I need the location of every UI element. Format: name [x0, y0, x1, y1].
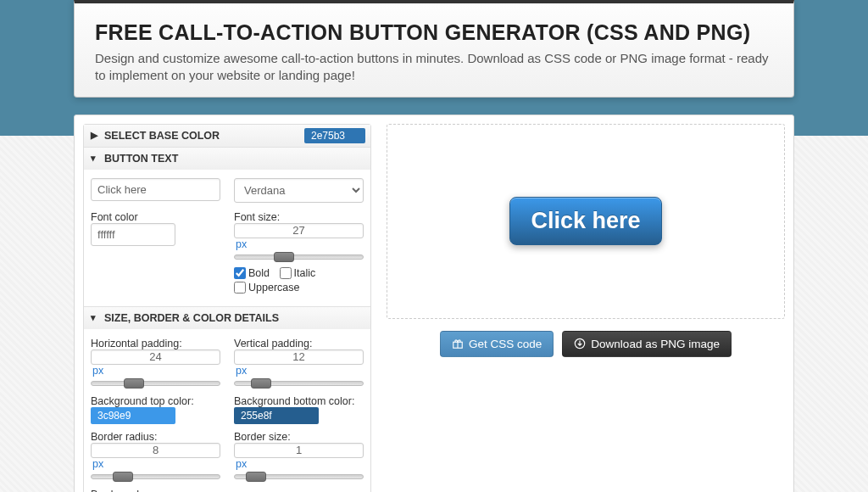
button-label: Get CSS code	[469, 338, 542, 350]
section-base-color-header[interactable]: ▶ SELECT BASE COLOR 2e75b3	[84, 125, 370, 147]
section-base-color: ▶ SELECT BASE COLOR 2e75b3	[84, 125, 370, 148]
chevron-right-icon: ▶	[91, 130, 101, 141]
border-color-label: Border color:	[91, 489, 152, 493]
header-card: FREE CALL-TO-ACTION BUTTON GENERATOR (CS…	[74, 0, 794, 98]
border-size-input[interactable]	[234, 443, 364, 458]
v-padding-slider[interactable]	[234, 381, 364, 386]
section-label: BUTTON TEXT	[104, 153, 178, 165]
config-panel: ▶ SELECT BASE COLOR 2e75b3 ▾ BUTTON TEXT	[83, 124, 371, 493]
font-size-input[interactable]	[234, 223, 364, 238]
button-label: Download as PNG image	[591, 338, 720, 350]
font-color-input[interactable]	[91, 223, 175, 246]
unit-label: px	[236, 238, 247, 250]
font-color-label: Font color	[91, 211, 138, 223]
h-padding-input[interactable]	[91, 349, 220, 365]
section-size-border: ▾ SIZE, BORDER & COLOR DETAILS Horizonta…	[84, 307, 370, 493]
preview-area: Click here	[387, 124, 785, 319]
section-label: SIZE, BORDER & COLOR DETAILS	[104, 312, 279, 324]
section-button-text-header[interactable]: ▾ BUTTON TEXT	[84, 148, 370, 170]
font-size-slider[interactable]	[234, 254, 364, 260]
uppercase-checkbox[interactable]: Uppercase	[234, 282, 299, 294]
v-padding-input[interactable]	[234, 349, 364, 365]
section-button-text: ▾ BUTTON TEXT Verdana	[84, 148, 370, 307]
border-radius-slider[interactable]	[91, 474, 220, 479]
page-title: FREE CALL-TO-ACTION BUTTON GENERATOR (CS…	[95, 20, 773, 45]
section-size-border-header[interactable]: ▾ SIZE, BORDER & COLOR DETAILS	[84, 307, 370, 329]
page-subtitle: Design and customize awesome call-to-act…	[95, 50, 773, 85]
bg-bottom-label: Background bottom color:	[234, 395, 354, 407]
get-css-button[interactable]: Get CSS code	[440, 331, 554, 357]
bg-bottom-swatch[interactable]: 255e8f	[234, 407, 319, 424]
unit-label: px	[236, 365, 247, 377]
border-size-label: Border size:	[234, 431, 291, 443]
workspace: ▶ SELECT BASE COLOR 2e75b3 ▾ BUTTON TEXT	[74, 115, 794, 493]
italic-checkbox[interactable]: Italic	[280, 267, 316, 279]
base-color-swatch[interactable]: 2e75b3	[304, 128, 365, 143]
font-family-select[interactable]: Verdana	[234, 178, 364, 203]
chevron-down-icon: ▾	[91, 312, 101, 323]
button-text-input[interactable]	[91, 178, 220, 201]
bg-top-label: Background top color:	[91, 395, 194, 407]
unit-label: px	[92, 365, 103, 377]
h-padding-slider[interactable]	[91, 381, 220, 386]
unit-label: px	[92, 458, 103, 470]
preview-button[interactable]: Click here	[509, 197, 661, 245]
unit-label: px	[236, 458, 247, 470]
bold-checkbox[interactable]: Bold	[234, 267, 270, 279]
v-padding-label: Vertical padding:	[234, 338, 312, 349]
border-radius-input[interactable]	[91, 443, 220, 458]
border-radius-label: Border radius:	[91, 431, 158, 443]
bg-top-swatch[interactable]: 3c98e9	[91, 407, 175, 424]
gift-icon	[452, 338, 464, 349]
download-png-button[interactable]: Download as PNG image	[562, 331, 732, 357]
border-size-slider[interactable]	[234, 474, 364, 479]
chevron-down-icon: ▾	[91, 153, 101, 164]
section-label: SELECT BASE COLOR	[104, 130, 220, 142]
h-padding-label: Horizontal padding:	[91, 338, 182, 349]
download-icon	[574, 338, 586, 349]
font-size-label: Font size:	[234, 211, 280, 223]
